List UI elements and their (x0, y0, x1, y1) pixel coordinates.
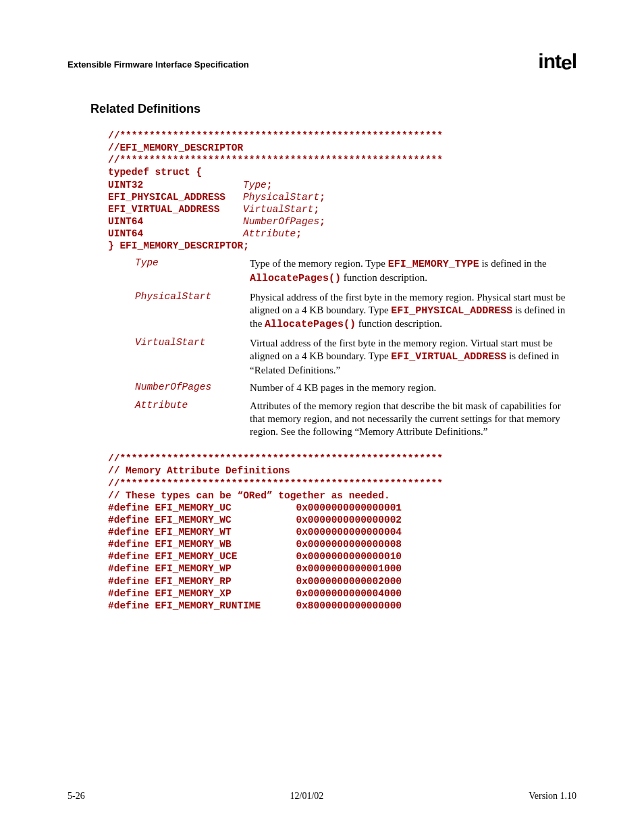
definition-term: Attribute (135, 397, 250, 440)
code-line: #define EFI_MEMORY_WC 0x0000000000000002 (108, 515, 402, 525)
code-line: } EFI_MEMORY_DESCRIPTOR; (108, 240, 249, 251)
page-number: 5-26 (68, 791, 85, 802)
spec-title: Extensible Firmware Interface Specificat… (68, 59, 249, 70)
code-line: UINT32Type; (108, 180, 273, 190)
type-name: EFI_VIRTUAL_ADDRESS (391, 351, 506, 363)
definition-desc: Physical address of the first byte in th… (250, 288, 567, 334)
code-line: //**************************************… (108, 453, 443, 464)
function-name: AllocatePages() (250, 273, 341, 284)
code-line: #define EFI_MEMORY_UCE 0x000000000000001… (108, 551, 402, 562)
page-footer: 5-26 12/01/02 Version 1.10 (68, 791, 576, 802)
code-line: // These types can be “ORed” together as… (108, 490, 390, 501)
definition-desc: Number of 4 KB pages in the memory regio… (250, 379, 567, 397)
definition-term: Type (135, 255, 250, 288)
definition-term: NumberOfPages (135, 379, 250, 397)
code-line: #define EFI_MEMORY_WB 0x0000000000000008 (108, 539, 402, 550)
definition-desc: Type of the memory region. Type EFI_MEMO… (250, 255, 567, 288)
code-line: //**************************************… (108, 130, 443, 141)
code-line: UINT64NumberOfPages; (108, 216, 325, 227)
definition-row: Type Type of the memory region. Type EFI… (135, 255, 567, 288)
definition-desc: Virtual address of the first byte in the… (250, 334, 567, 379)
definition-row: NumberOfPages Number of 4 KB pages in th… (135, 379, 567, 397)
definition-term: PhysicalStart (135, 288, 250, 334)
code-line: EFI_PHYSICAL_ADDRESSPhysicalStart; (108, 192, 325, 203)
type-name: EFI_PHYSICAL_ADDRESS (391, 305, 512, 317)
code-line: #define EFI_MEMORY_UC 0x0000000000000001 (108, 502, 402, 513)
definition-row: Attribute Attributes of the memory regio… (135, 397, 567, 440)
code-line: typedef struct { (108, 167, 202, 178)
definition-desc: Attributes of the memory region that des… (250, 397, 567, 440)
function-name: AllocatePages() (265, 319, 356, 330)
code-line: //**************************************… (108, 478, 443, 489)
page-version: Version 1.10 (529, 791, 576, 802)
section-title: Related Definitions (90, 102, 576, 116)
code-line: #define EFI_MEMORY_XP 0x0000000000004000 (108, 588, 402, 599)
code-line: #define EFI_MEMORY_RP 0x0000000000002000 (108, 576, 402, 587)
code-line: //**************************************… (108, 155, 443, 165)
code-line: //EFI_MEMORY_DESCRIPTOR (108, 142, 243, 153)
definition-list: Type Type of the memory region. Type EFI… (135, 255, 567, 440)
code-block-defines: //**************************************… (108, 452, 576, 612)
code-line: #define EFI_MEMORY_WP 0x0000000000001000 (108, 563, 402, 574)
code-line: EFI_VIRTUAL_ADDRESSVirtualStart; (108, 204, 319, 215)
spacer (68, 440, 576, 452)
page-date: 12/01/02 (290, 791, 324, 802)
intel-logo: intel (538, 54, 576, 70)
page-header: Extensible Firmware Interface Specificat… (68, 54, 576, 70)
definition-term: VirtualStart (135, 334, 250, 379)
code-block-struct: //**************************************… (108, 130, 576, 252)
code-line: #define EFI_MEMORY_WT 0x0000000000000004 (108, 527, 402, 538)
code-line: UINT64Attribute; (108, 228, 302, 239)
definition-row: PhysicalStart Physical address of the fi… (135, 288, 567, 334)
type-name: EFI_MEMORY_TYPE (388, 259, 479, 270)
definition-row: VirtualStart Virtual address of the firs… (135, 334, 567, 379)
code-line: #define EFI_MEMORY_RUNTIME 0x80000000000… (108, 600, 402, 611)
code-line: // Memory Attribute Definitions (108, 465, 290, 476)
page: Extensible Firmware Interface Specificat… (0, 0, 644, 834)
